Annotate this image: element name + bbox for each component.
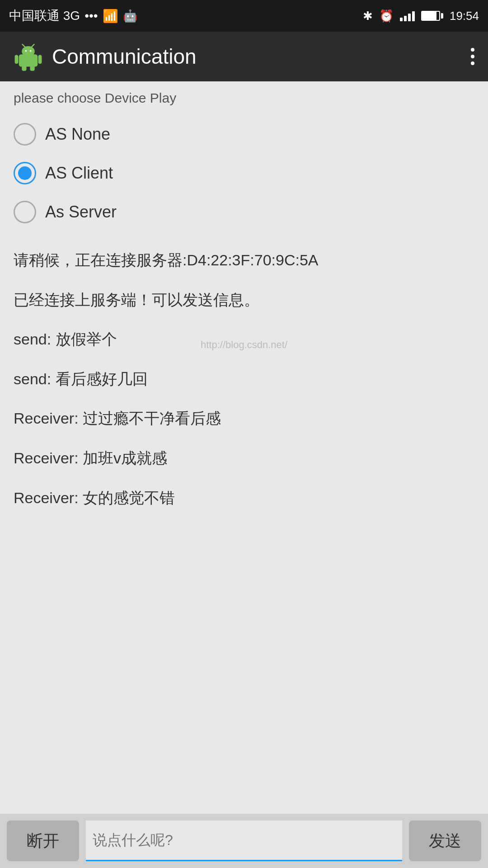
more-menu-button[interactable] [471,43,474,70]
radio-label-server: As Server [45,203,117,222]
device-play-radio-group: AS None AS Client As Server [14,115,474,231]
message-7: Receiver: 女的感觉不错 [14,478,474,518]
radio-circle-server[interactable] [14,201,36,223]
bluetooth-icon: ✱ [363,9,373,23]
message-6: Receiver: 加班v成就感 [14,439,474,478]
status-left: 中国联通 3G ••• 📶 🤖 [9,7,137,24]
disconnect-button[interactable]: 断开 [7,821,79,861]
svg-rect-6 [15,55,19,64]
svg-point-1 [22,46,35,57]
radio-option-client[interactable]: AS Client [14,154,474,193]
svg-rect-7 [38,55,42,64]
app-bar-left: Communication [14,42,197,71]
radio-label-client: AS Client [45,164,113,183]
wifi-off-icon: 📶 [103,9,118,24]
message-input[interactable] [86,821,402,861]
status-right: ✱ ⏰ 19:54 [363,9,479,23]
app-title: Communication [52,44,197,69]
carrier-text: 中国联通 3G [9,7,80,24]
svg-point-2 [25,50,27,52]
send-button[interactable]: 发送 [409,821,481,861]
device-play-label: please choose Device Play [14,90,474,106]
svg-point-3 [30,50,32,52]
radio-circle-client[interactable] [14,162,36,184]
app-logo-icon [14,42,43,71]
message-5: Receiver: 过过瘾不干净看后感 [14,399,474,439]
message-2: 已经连接上服务端！可以发送信息。 [14,280,474,320]
status-bar: 中国联通 3G ••• 📶 🤖 ✱ ⏰ 19:54 [0,0,488,32]
signal-dots: ••• [84,9,98,23]
main-content: please choose Device Play AS None AS Cli… [0,81,488,527]
svg-rect-8 [22,66,26,71]
message-1: 请稍候，正在连接服务器:D4:22:3F:70:9C:5A [14,241,474,280]
message-3: send: 放假举个 [14,320,474,359]
battery-icon [421,11,443,21]
app-bar: Communication [0,32,488,81]
radio-label-none: AS None [45,125,110,144]
radio-option-none[interactable]: AS None [14,115,474,154]
alarm-icon: ⏰ [379,9,394,23]
bottom-bar: 断开 发送 [0,814,488,868]
svg-rect-9 [30,66,34,71]
signal-bars-icon [400,10,415,21]
message-4: send: 看后感好几回 [14,359,474,399]
android-status-icon: 🤖 [123,9,137,23]
svg-line-5 [32,44,34,47]
svg-line-4 [23,44,25,47]
radio-inner-client [18,166,32,180]
messages-area: 请稍候，正在连接服务器:D4:22:3F:70:9C:5A 已经连接上服务端！可… [14,241,474,518]
radio-option-server[interactable]: As Server [14,193,474,231]
time-display: 19:54 [450,9,479,23]
radio-circle-none[interactable] [14,123,36,146]
